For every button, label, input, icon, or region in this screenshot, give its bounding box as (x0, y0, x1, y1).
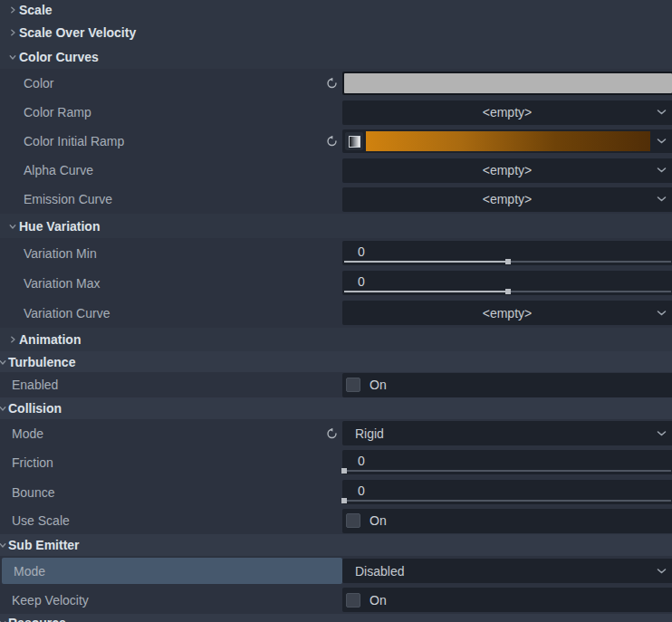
property-label: Alpha Curve (0, 163, 93, 177)
property-label-cell[interactable]: Color Initial Ramp (0, 127, 342, 156)
property-label-cell[interactable]: Use Scale (0, 507, 342, 534)
gradient-square-icon (349, 136, 360, 148)
slider-value: 0 (342, 274, 365, 289)
alpha-curve-dropdown[interactable]: <empty> (342, 158, 672, 183)
section-header-hue-variation[interactable]: Hue Variation (0, 214, 672, 238)
keep-velocity-checkbox-field[interactable]: On (342, 588, 672, 612)
sub-emitter-mode-dropdown[interactable]: Disabled (342, 559, 672, 583)
slider-track (344, 291, 671, 292)
enabled-checkbox-field[interactable]: On (342, 373, 672, 397)
variation-curve-dropdown[interactable]: <empty> (342, 301, 672, 325)
property-row-use-scale: Use Scale On (0, 507, 672, 534)
checkbox[interactable] (346, 593, 360, 608)
slider-grabber[interactable] (505, 259, 511, 264)
section-title: Scale Over Velocity (19, 25, 136, 40)
chevron-down-icon[interactable] (657, 139, 667, 145)
property-row-friction: Friction 0 (0, 447, 672, 477)
property-row-variation-curve: Variation Curve <empty> (0, 298, 672, 328)
bounce-slider[interactable]: 0 (342, 480, 672, 504)
checkbox-label: On (370, 513, 387, 528)
property-label-cell[interactable]: Color Ramp (0, 98, 342, 127)
section-title: Color Curves (19, 50, 99, 64)
property-label: Friction (0, 455, 53, 470)
property-label-cell[interactable]: Friction (0, 447, 342, 477)
slider-fill (344, 291, 508, 292)
section-title: Collision (8, 401, 62, 416)
property-row-enabled: Enabled On (0, 372, 672, 397)
section-title: Resource (8, 616, 66, 622)
checkbox[interactable] (346, 513, 360, 528)
property-label: Variation Curve (0, 306, 110, 321)
section-title: Hue Variation (19, 219, 100, 234)
property-label: Color Ramp (0, 105, 91, 120)
property-row-bounce: Bounce 0 (0, 477, 672, 507)
chevron-right-icon (7, 336, 18, 343)
chevron-down-icon (0, 405, 7, 412)
chevron-down-icon (657, 310, 667, 316)
section-header-color-curves[interactable]: Color Curves (0, 44, 672, 69)
property-label-cell[interactable]: Keep Velocity (0, 586, 342, 614)
section-header-animation[interactable]: Animation (0, 328, 672, 351)
gradient-preview[interactable] (366, 131, 650, 151)
dropdown-value: Rigid (342, 426, 384, 441)
slider-grabber[interactable] (341, 498, 347, 503)
property-label: Mode (2, 564, 45, 579)
slider-fill (344, 261, 508, 263)
property-row-keep-velocity: Keep Velocity On (0, 586, 672, 614)
friction-slider[interactable]: 0 (342, 450, 672, 474)
chevron-down-icon (657, 430, 667, 436)
property-label: Emission Curve (0, 192, 112, 206)
chevron-down-icon (657, 167, 667, 174)
revert-icon[interactable] (326, 136, 338, 148)
slider-value: 0 (342, 483, 365, 498)
color-picker-button[interactable] (342, 72, 672, 95)
variation-min-slider[interactable]: 0 (342, 241, 672, 265)
property-row-emission-curve: Emission Curve <empty> (0, 185, 672, 214)
property-label: Bounce (0, 485, 54, 500)
chevron-down-icon (0, 541, 7, 549)
chevron-down-icon (7, 223, 18, 230)
color-ramp-dropdown[interactable]: <empty> (342, 100, 672, 125)
chevron-down-icon (657, 568, 667, 574)
variation-max-slider[interactable]: 0 (342, 271, 672, 295)
property-row-alpha-curve: Alpha Curve <empty> (0, 156, 672, 185)
section-title: Animation (19, 332, 81, 347)
property-label-cell[interactable]: Variation Max (0, 268, 342, 298)
revert-icon[interactable] (326, 78, 338, 90)
property-label-cell[interactable]: Color (0, 69, 342, 98)
section-header-scale[interactable]: Scale (0, 0, 672, 20)
section-header-scale-over-velocity[interactable]: Scale Over Velocity (0, 20, 672, 44)
property-label-cell[interactable]: Emission Curve (0, 185, 342, 214)
property-label-cell[interactable]: Variation Curve (0, 298, 342, 328)
section-header-collision[interactable]: Collision (0, 397, 672, 419)
property-row-sub-emitter-mode: Mode Disabled (0, 556, 672, 586)
property-label-cell[interactable]: Bounce (0, 477, 342, 507)
property-label-cell[interactable]: Mode (0, 419, 342, 447)
property-label: Variation Min (0, 246, 97, 261)
property-label-cell-selected[interactable]: Mode (2, 558, 342, 584)
property-label-cell[interactable]: Variation Min (0, 238, 342, 268)
revert-icon[interactable] (326, 427, 338, 439)
property-label-cell[interactable]: Enabled (0, 372, 342, 397)
checkbox[interactable] (346, 378, 360, 392)
chevron-right-icon (7, 29, 18, 36)
section-title: Turbulence (8, 355, 75, 369)
slider-value: 0 (342, 454, 365, 468)
section-header-resource[interactable]: Resource (0, 614, 672, 622)
property-label: Use Scale (0, 513, 70, 528)
slider-grabber[interactable] (505, 289, 511, 294)
section-header-sub-emitter[interactable]: Sub Emitter (0, 534, 672, 556)
use-scale-checkbox-field[interactable]: On (342, 509, 672, 533)
section-header-turbulence[interactable]: Turbulence (0, 351, 672, 372)
property-label: Color (0, 76, 53, 91)
property-row-collision-mode: Mode Rigid (0, 419, 672, 447)
emission-curve-dropdown[interactable]: <empty> (342, 187, 672, 212)
property-label-cell[interactable]: Alpha Curve (0, 156, 342, 185)
dropdown-value: <empty> (483, 192, 532, 206)
gradient-resource-icon[interactable] (345, 132, 363, 150)
property-row-variation-max: Variation Max 0 (0, 268, 672, 298)
chevron-down-icon (657, 196, 667, 203)
slider-grabber[interactable] (341, 468, 347, 474)
collision-mode-dropdown[interactable]: Rigid (342, 421, 672, 445)
gradient-resource-picker[interactable] (342, 129, 672, 153)
